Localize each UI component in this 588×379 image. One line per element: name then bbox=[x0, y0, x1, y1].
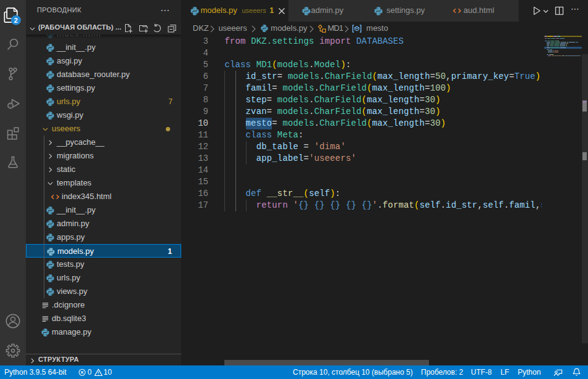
svg-text:2: 2 bbox=[14, 17, 18, 24]
